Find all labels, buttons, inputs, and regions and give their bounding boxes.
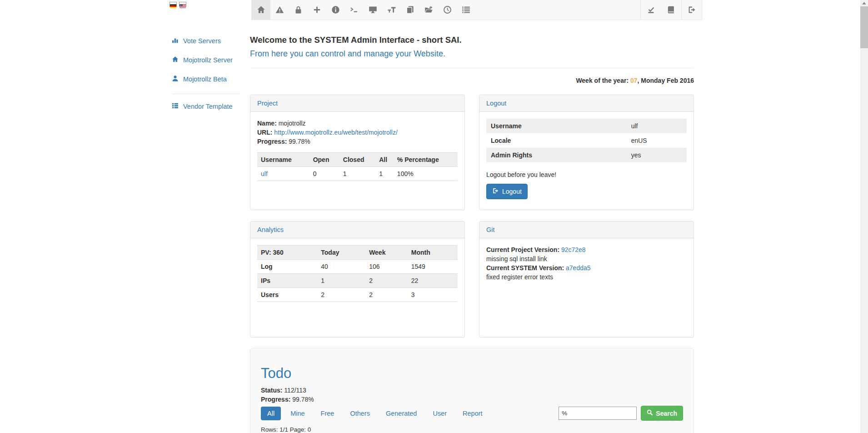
project-table: Username Open Closed All % Percentage ul… bbox=[257, 152, 458, 181]
column-header: Username bbox=[257, 153, 309, 167]
column-header: Open bbox=[309, 153, 339, 167]
toolbar-right-group bbox=[640, 0, 702, 20]
project-progress-value: 99.78% bbox=[289, 138, 310, 145]
sidebar-item-label: Vote Servers bbox=[183, 37, 221, 45]
german-flag-icon[interactable] bbox=[170, 2, 177, 7]
sidebar-item-vendor-template[interactable]: Vendor Template bbox=[172, 102, 244, 111]
table-cell: 3 bbox=[408, 288, 458, 302]
project-version-note: missing sql install link bbox=[486, 254, 687, 263]
logout-panel-title[interactable]: Logout bbox=[479, 95, 693, 112]
system-version-label: Current SYSTEM Version: bbox=[486, 264, 564, 272]
logout-panel: Logout Username ulf Locale enUS Admin bbox=[479, 95, 694, 210]
todo-filter-tabs: All Mine Free Others Generated User Repo… bbox=[261, 407, 499, 420]
info-icon[interactable] bbox=[326, 0, 345, 20]
sidebar-item-vote-servers[interactable]: Vote Servers bbox=[172, 36, 244, 45]
system-version-link[interactable]: a7edda5 bbox=[566, 264, 591, 272]
table-cell: 0 bbox=[309, 167, 339, 181]
sidebar-item-mojotrollz-beta[interactable]: Mojotrollz Beta bbox=[172, 75, 244, 83]
table-cell: 100% bbox=[394, 167, 458, 181]
table-row: Users 2 2 3 bbox=[257, 288, 458, 302]
tab-user[interactable]: User bbox=[433, 407, 447, 420]
tab-mine[interactable]: Mine bbox=[290, 407, 304, 420]
todo-progress-label: Progress: bbox=[261, 396, 290, 403]
kv-value: ulf bbox=[627, 119, 687, 133]
sidebar-item-label: Vendor Template bbox=[183, 103, 233, 110]
folder-export-icon[interactable] bbox=[419, 0, 438, 20]
logout-button[interactable]: Logout bbox=[486, 184, 528, 199]
text-height-icon[interactable] bbox=[382, 0, 401, 20]
panel-row-2: Analytics PV: 360 Today Week Month Log bbox=[250, 221, 694, 337]
terminal-icon[interactable] bbox=[345, 0, 364, 20]
plus-icon[interactable] bbox=[308, 0, 326, 20]
lock-icon[interactable] bbox=[289, 0, 308, 20]
analytics-panel-body: PV: 360 Today Week Month Log 40 106 1549 bbox=[250, 238, 464, 309]
analytics-panel-title[interactable]: Analytics bbox=[250, 222, 464, 238]
table-header-row: PV: 360 Today Week Month bbox=[257, 246, 458, 260]
sign-out-icon bbox=[492, 187, 499, 196]
header-divider bbox=[250, 68, 694, 68]
tab-others[interactable]: Others bbox=[350, 407, 370, 420]
table-row: Log 40 106 1549 bbox=[257, 260, 458, 274]
table-cell: 2 bbox=[317, 288, 365, 302]
kv-value: enUS bbox=[627, 133, 687, 148]
project-panel-title[interactable]: Project bbox=[250, 95, 464, 112]
sidebar-item-mojotrollz-server[interactable]: Mojotrollz Server bbox=[172, 55, 244, 64]
tasks-check-icon[interactable] bbox=[640, 0, 661, 20]
clock-icon[interactable] bbox=[438, 0, 457, 20]
kv-key: Locale bbox=[486, 133, 627, 148]
panel-row-1: Project Name: mojotrollz URL: http://www… bbox=[250, 95, 694, 210]
sidebar-item-label: Mojotrollz Server bbox=[183, 56, 233, 64]
git-panel-title[interactable]: Git bbox=[479, 222, 693, 238]
page-subtitle: From here you can control and manage you… bbox=[250, 49, 694, 59]
home-icon bbox=[172, 56, 179, 64]
bar-chart-icon bbox=[172, 37, 179, 45]
tab-free[interactable]: Free bbox=[321, 407, 334, 420]
list-icon[interactable] bbox=[457, 0, 475, 20]
search-input[interactable] bbox=[559, 407, 637, 420]
table-cell: 2 bbox=[365, 274, 408, 288]
table-cell: 1 bbox=[375, 167, 394, 181]
us-flag-icon[interactable] bbox=[179, 2, 186, 7]
scrollbar-up-arrow[interactable] bbox=[860, 0, 868, 6]
table-cell: 106 bbox=[365, 260, 408, 274]
logout-panel-body: Username ulf Locale enUS Admin Rights ye… bbox=[479, 112, 693, 206]
row-label: IPs bbox=[257, 274, 317, 288]
rows-page-info: Rows: 1/1 Page: 0 bbox=[261, 426, 683, 433]
search-button[interactable]: Search bbox=[641, 406, 683, 421]
display-icon[interactable] bbox=[364, 0, 382, 20]
tab-report[interactable]: Report bbox=[463, 407, 483, 420]
project-panel: Project Name: mojotrollz URL: http://www… bbox=[250, 95, 465, 210]
kv-key: Admin Rights bbox=[486, 148, 627, 162]
sidebar-nav: Vote Servers Mojotrollz Server Mojotroll… bbox=[172, 36, 244, 121]
sign-out-icon[interactable] bbox=[681, 0, 702, 20]
warning-icon[interactable] bbox=[270, 0, 289, 20]
scrollbar-thumb[interactable] bbox=[860, 6, 868, 48]
logout-button-label: Logout bbox=[502, 188, 522, 195]
tab-all[interactable]: All bbox=[261, 407, 281, 420]
logout-table: Username ulf Locale enUS Admin Rights ye… bbox=[486, 119, 687, 162]
table-row: Locale enUS bbox=[486, 133, 687, 148]
todo-title: Todo bbox=[261, 366, 683, 381]
table-cell: 1549 bbox=[408, 260, 458, 274]
column-header: All bbox=[375, 153, 394, 167]
project-name-label: Name: bbox=[257, 120, 277, 127]
main-content: Welcome to the SYSTEM Admin Interface - … bbox=[250, 35, 694, 433]
project-url-link[interactable]: http://www.mojotrollz.eu/web/test/mojotr… bbox=[274, 129, 398, 136]
table-cell: 2 bbox=[365, 288, 408, 302]
todo-progress-value: 99.78% bbox=[292, 396, 314, 403]
book-icon[interactable] bbox=[661, 0, 681, 20]
logout-note: Logout before you leave! bbox=[486, 171, 687, 179]
sidebar-item-label: Mojotrollz Beta bbox=[183, 76, 227, 83]
search-button-label: Search bbox=[656, 410, 677, 417]
search-icon bbox=[647, 409, 653, 417]
tab-generated[interactable]: Generated bbox=[386, 407, 417, 420]
page-scrollbar bbox=[860, 0, 868, 433]
copy-icon[interactable] bbox=[401, 0, 419, 20]
todo-status-label: Status: bbox=[261, 387, 282, 394]
git-panel: Git Current Project Version: 92c72e8 mis… bbox=[479, 221, 694, 337]
username-link[interactable]: ulf bbox=[261, 170, 268, 177]
project-url-label: URL: bbox=[257, 129, 272, 136]
week-of-year: Week of the year: 07, Monday Feb 2016 bbox=[250, 77, 694, 85]
project-version-link[interactable]: 92c72e8 bbox=[561, 246, 586, 253]
home-icon[interactable] bbox=[252, 0, 270, 20]
